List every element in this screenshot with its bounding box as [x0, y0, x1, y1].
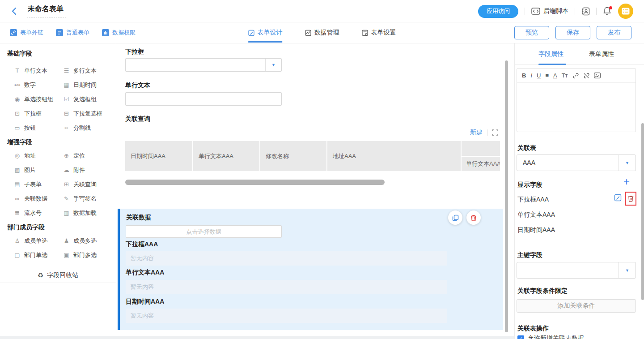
- sidebar-item-image[interactable]: ▨图片: [13, 167, 36, 174]
- delete-field-button[interactable]: [628, 195, 634, 202]
- normal-form-item[interactable]: 普通表单: [56, 29, 89, 37]
- table-horizontal-scrollbar[interactable]: [125, 180, 385, 185]
- lookup-column-empty: [462, 141, 500, 156]
- sidebar-item-datetime[interactable]: ▦日期时间: [63, 82, 97, 89]
- sidebar-item-lookup-query[interactable]: ⊞关联查询: [63, 181, 97, 188]
- tab-form-settings[interactable]: 表单设置: [362, 22, 396, 43]
- related-data-icon: ∞: [13, 196, 21, 202]
- field-recycle-bin[interactable]: ♻ 字段回收站: [0, 268, 116, 283]
- edit-field-button[interactable]: [614, 194, 622, 202]
- address-book-icon: [581, 7, 590, 16]
- sidebar-item-location[interactable]: ⊕定位: [63, 152, 85, 159]
- lookup-column: 修改名称: [260, 141, 326, 171]
- app-access-button[interactable]: 应用访问: [478, 5, 518, 18]
- preview-button[interactable]: 预览: [514, 26, 549, 39]
- dropdown-field-input[interactable]: ▼: [125, 58, 282, 72]
- backend-script-button[interactable]: 后端脚本: [531, 7, 568, 15]
- checkbox-group-icon: ☑: [63, 96, 70, 103]
- tab-data-management[interactable]: 数据管理: [305, 22, 339, 43]
- item-label: 分割线: [73, 124, 91, 132]
- section-basic-fields: 基础字段: [7, 50, 32, 58]
- sidebar-item-dept-single[interactable]: ▢部门单选: [13, 252, 47, 259]
- sidebar-item-number[interactable]: 123数字: [13, 82, 36, 89]
- lookup-new-link[interactable]: 新建: [470, 129, 483, 137]
- delete-widget-button[interactable]: [466, 210, 481, 225]
- display-fields-label: 显示字段: [517, 181, 542, 189]
- address-book-button[interactable]: [581, 7, 590, 16]
- rich-text-editor[interactable]: B I U ≡ A Tᴛ: [517, 68, 636, 132]
- publish-button[interactable]: 发布: [597, 26, 631, 39]
- italic-icon[interactable]: I: [530, 72, 532, 79]
- code-icon: [531, 8, 540, 15]
- checkbox-checked-icon[interactable]: ✓: [517, 335, 524, 339]
- sidebar-item-multi-line-text[interactable]: ☰多行文本: [63, 67, 97, 74]
- sidebar-item-button[interactable]: ▭按钮: [13, 124, 36, 132]
- sidebar-item-single-line-text[interactable]: T单行文本: [13, 67, 47, 74]
- notifications-button[interactable]: [603, 6, 612, 16]
- sidebar-item-dropdown-multi[interactable]: ⊟下拉复选框: [63, 110, 102, 117]
- sidebar-item-serial-number[interactable]: ≣流水号: [13, 210, 42, 217]
- tab-form-properties[interactable]: 表单属性: [589, 50, 614, 58]
- insert-link-icon[interactable]: [572, 73, 579, 79]
- panel-vertical-scrollbar[interactable]: [641, 123, 644, 300]
- back-button[interactable]: [12, 6, 21, 16]
- remove-link-icon[interactable]: [583, 73, 589, 79]
- dept-multi-icon: ▣: [63, 252, 70, 258]
- user-avatar[interactable]: [618, 4, 633, 19]
- section-member-fields: 部门成员字段: [7, 223, 45, 232]
- form-external-link[interactable]: 表单外链: [10, 29, 43, 37]
- sidebar-item-dept-multi[interactable]: ▣部门多选: [63, 252, 97, 259]
- canvas-vertical-scrollbar[interactable]: [505, 60, 508, 332]
- data-permission-item[interactable]: 数据权限: [102, 29, 136, 37]
- sidebar-item-subform[interactable]: ▤子表单: [13, 181, 42, 188]
- number-icon: 123: [13, 82, 21, 88]
- sidebar-item-signature[interactable]: ✎手写签名: [63, 195, 97, 202]
- allow-add-row[interactable]: ✓ 允许新增关联表数据: [517, 335, 584, 339]
- tab-form-design[interactable]: 表单设计: [248, 22, 283, 43]
- multi-line-text-icon: ☰: [63, 68, 70, 74]
- condition-label: 关联字段条件限定: [517, 287, 568, 295]
- save-button[interactable]: 保存: [555, 26, 590, 39]
- sidebar-item-attachment[interactable]: ☁附件: [63, 167, 85, 174]
- primary-key-select[interactable]: ▼: [517, 262, 636, 279]
- properties-panel: 字段属性 表单属性 B I U ≡ A Tᴛ 关联表 AAA ▼ 显示字段 + …: [514, 43, 644, 339]
- editor-content[interactable]: [517, 83, 636, 132]
- tab-data-management-label: 数据管理: [314, 29, 339, 37]
- add-condition-button[interactable]: 添加关联条件: [517, 299, 636, 313]
- dropdown-multi-icon: ⊟: [63, 111, 70, 117]
- sidebar-item-member-single[interactable]: ♙成员单选: [13, 237, 47, 245]
- align-icon[interactable]: ≡: [545, 72, 549, 79]
- sidebar-item-dropdown[interactable]: ⊡下拉框: [13, 110, 42, 117]
- bold-icon[interactable]: B: [522, 72, 526, 79]
- form-design-canvas: 下拉框 ▼ 单行文本 关联查询 新建 日期时间AAA 单行文本AAA 修改名称 …: [116, 43, 514, 336]
- item-label: 下拉框: [24, 110, 42, 118]
- data-picker-input[interactable]: [126, 225, 282, 238]
- underline-icon[interactable]: U: [537, 72, 541, 79]
- related-data-widget[interactable]: 关联数据 下拉框AAA 暂无内容 单行文本AAA 暂无内容 日期时间AAA 暂无…: [118, 209, 503, 330]
- expand-icon[interactable]: [492, 129, 498, 136]
- item-label: 复选框组: [73, 95, 97, 103]
- header-divider: [525, 8, 525, 15]
- trash-icon: [470, 215, 477, 221]
- sidebar-item-related-data[interactable]: ∞关联数据: [13, 195, 47, 202]
- header-divider: [596, 8, 597, 15]
- related-table-select[interactable]: AAA ▼: [517, 154, 636, 171]
- text-field-input[interactable]: [125, 92, 282, 106]
- selection-bar: [118, 209, 120, 330]
- sidebar-item-divider[interactable]: ╍分割线: [63, 124, 91, 132]
- form-title[interactable]: 未命名表单: [27, 4, 66, 17]
- sidebar-item-radio-group[interactable]: ◉单选按钮组: [13, 96, 53, 103]
- sidebar-item-data-load[interactable]: ▥数据加载: [63, 210, 97, 217]
- sidebar-item-checkbox-group[interactable]: ☑复选框组: [63, 96, 97, 103]
- font-color-icon[interactable]: A: [553, 72, 557, 79]
- sidebar-item-address[interactable]: ◎地址: [13, 152, 36, 159]
- sidebar-item-member-multi[interactable]: ♟成员多选: [63, 237, 97, 245]
- address-icon: ◎: [13, 153, 21, 159]
- copy-icon: [452, 215, 459, 221]
- item-label: 成员多选: [73, 237, 97, 245]
- insert-image-icon[interactable]: [594, 73, 601, 78]
- tab-field-properties[interactable]: 字段属性: [538, 50, 564, 58]
- copy-widget-button[interactable]: [448, 210, 462, 225]
- add-display-field-button[interactable]: +: [623, 176, 630, 187]
- font-size-icon[interactable]: Tᴛ: [562, 72, 568, 79]
